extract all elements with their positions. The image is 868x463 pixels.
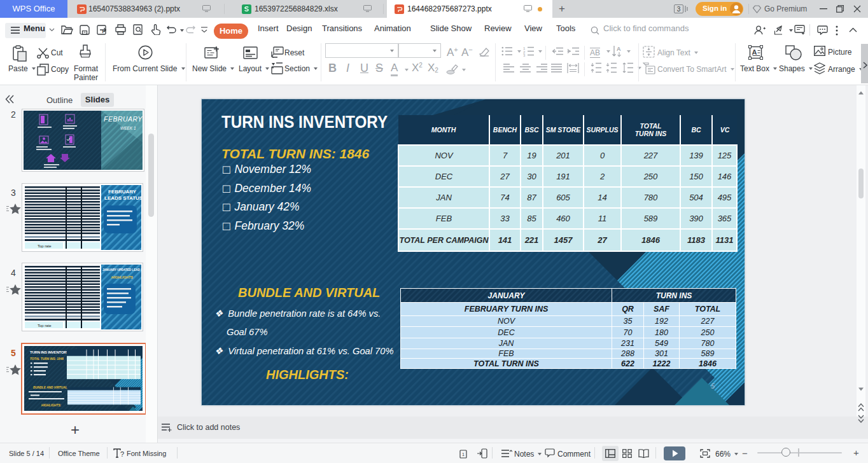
svg-text:P: P bbox=[102, 29, 106, 34]
svg-text:A: A bbox=[617, 46, 621, 52]
svg-text:Top rate: Top rate bbox=[38, 244, 52, 248]
svg-text:JANUARY UPDATED LEAD STATUS: JANUARY UPDATED LEAD STATUS bbox=[102, 268, 141, 272]
svg-text:BUNDLE AND VIRTUAL: BUNDLE AND VIRTUAL bbox=[33, 386, 67, 389]
svg-text:HIGHLIGHTS: HIGHLIGHTS bbox=[111, 275, 133, 279]
svg-text:FEBRUARY: FEBRUARY bbox=[108, 189, 137, 195]
svg-text:?: ? bbox=[120, 450, 124, 458]
svg-text:FEBRUARY: FEBRUARY bbox=[104, 115, 143, 123]
svg-text:1: 1 bbox=[462, 452, 465, 457]
svg-text:TOTAL TURN INS: 1846: TOTAL TURN INS: 1846 bbox=[30, 357, 64, 361]
svg-text:Top rate: Top rate bbox=[38, 324, 52, 328]
svg-text:3: 3 bbox=[523, 53, 526, 57]
svg-text:A: A bbox=[752, 48, 757, 56]
svg-text:HIGHLIGHTS:: HIGHLIGHTS: bbox=[41, 404, 62, 407]
svg-text:WEEK 1: WEEK 1 bbox=[120, 126, 136, 130]
svg-text:LEADS STATUS: LEADS STATUS bbox=[104, 195, 141, 201]
svg-text:TURN INS INVENTORY: TURN INS INVENTORY bbox=[30, 350, 69, 354]
